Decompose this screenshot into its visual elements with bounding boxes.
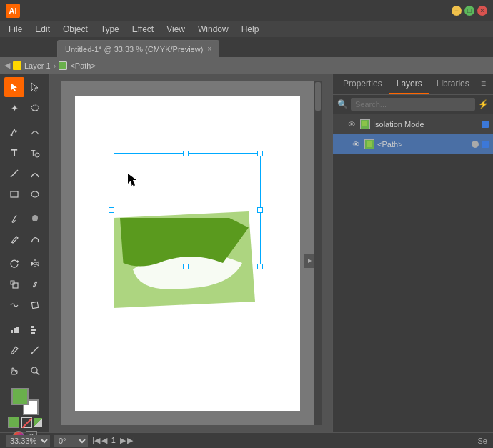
svg-marker-33 xyxy=(308,259,312,263)
svg-rect-21 xyxy=(31,329,36,331)
zoom-select[interactable]: 33.33% 50% 100% xyxy=(6,435,50,447)
scroll-right-btn[interactable] xyxy=(304,254,314,268)
svg-line-27 xyxy=(36,372,39,375)
tab-label: Untitled-1* @ 33.33 % (CMYK/Preview) xyxy=(65,45,203,54)
menu-type[interactable]: Type xyxy=(95,23,125,36)
maximize-button[interactable]: □ xyxy=(464,6,474,16)
svg-line-25 xyxy=(31,352,33,354)
menu-effect[interactable]: Effect xyxy=(126,23,159,36)
svg-point-8 xyxy=(31,191,39,197)
tab-close[interactable]: × xyxy=(207,45,211,53)
page-number: 1 xyxy=(109,436,119,445)
isolation-color-swatch xyxy=(360,119,370,129)
magic-wand-tool[interactable]: ✦ xyxy=(4,98,24,118)
gradient-box[interactable] xyxy=(34,418,42,427)
shear-tool[interactable] xyxy=(25,274,45,294)
arc-tool[interactable] xyxy=(25,164,45,184)
measure-tool[interactable] xyxy=(25,340,45,360)
search-bar: 🔍 ⚡ xyxy=(333,95,493,114)
lasso-tool[interactable] xyxy=(25,98,45,118)
svg-marker-31 xyxy=(128,174,136,185)
panel-tabs: Properties Layers Libraries ≡ xyxy=(333,74,493,95)
nav-prev[interactable]: ◀ xyxy=(101,436,107,445)
app-icon: Ai xyxy=(6,4,20,18)
tab-properties[interactable]: Properties xyxy=(336,74,389,94)
menu-file[interactable]: File xyxy=(3,23,28,36)
artboard[interactable]: ⊕ xyxy=(75,96,300,411)
search-input[interactable] xyxy=(351,98,475,111)
eyedropper-tool[interactable] xyxy=(4,340,24,360)
rectangle-tool[interactable] xyxy=(4,184,24,204)
canvas-wrapper: ⊕ xyxy=(61,81,322,425)
nav-next[interactable]: ▶ xyxy=(120,436,126,445)
svg-rect-19 xyxy=(16,327,19,333)
tab-layers[interactable]: Layers xyxy=(389,74,429,94)
shaper-tool[interactable] xyxy=(25,229,45,249)
menu-window[interactable]: Window xyxy=(192,23,234,36)
titlebar: Ai − □ × xyxy=(0,0,493,21)
zoom-control[interactable]: 33.33% 50% 100% xyxy=(6,435,50,447)
tabbar: Untitled-1* @ 33.33 % (CMYK/Preview) × xyxy=(0,37,493,57)
menu-object[interactable]: Object xyxy=(57,23,94,36)
minimize-button[interactable]: − xyxy=(452,6,462,16)
breadcrumb-layer[interactable]: Layer 1 xyxy=(13,61,51,70)
document-tab[interactable]: Untitled-1* @ 33.33 % (CMYK/Preview) × xyxy=(57,40,219,57)
selection-box xyxy=(111,153,261,267)
type-tools: T T xyxy=(4,143,45,163)
zoom-tool[interactable] xyxy=(25,361,45,381)
svg-text:⊕: ⊕ xyxy=(131,181,136,187)
rotation-select[interactable]: 0° 90° 180° xyxy=(54,435,88,447)
touch-type-tool[interactable]: T xyxy=(25,143,45,163)
selection-tool[interactable] xyxy=(4,77,24,97)
nav-last[interactable]: ▶| xyxy=(127,436,135,445)
foreground-color-swatch[interactable] xyxy=(11,388,29,405)
type-tool[interactable]: T xyxy=(4,143,24,163)
filter-button[interactable]: ⚡ xyxy=(478,99,489,109)
layer-color-swatch-breadcrumb xyxy=(13,61,21,70)
direct-selection-tool[interactable] xyxy=(25,77,45,97)
pen-tool[interactable] xyxy=(4,122,24,142)
bar-graph-tool[interactable] xyxy=(25,319,45,339)
panel-menu-button[interactable]: ≡ xyxy=(477,74,490,94)
isolation-mode-label: Isolation Mode xyxy=(373,120,479,129)
titlebar-controls[interactable]: − □ × xyxy=(452,6,487,16)
eyedrop-tools xyxy=(4,340,45,360)
menu-view[interactable]: View xyxy=(161,23,191,36)
free-transform-tool[interactable] xyxy=(25,295,45,315)
blob-brush-tool[interactable] xyxy=(25,209,45,229)
canvas-area[interactable]: ⊕ xyxy=(50,74,332,432)
scale-tools xyxy=(4,274,45,294)
svg-line-23 xyxy=(14,351,16,352)
layer-path[interactable]: 👁 <Path> xyxy=(333,134,493,154)
path-target-indicator[interactable] xyxy=(472,141,479,148)
rotate-tool[interactable] xyxy=(4,254,24,274)
svg-marker-1 xyxy=(31,83,38,91)
menu-edit[interactable]: Edit xyxy=(29,23,56,36)
breadcrumb-back[interactable]: ◀ xyxy=(4,61,10,70)
fill-color-box[interactable] xyxy=(8,417,19,428)
column-graph-tool[interactable] xyxy=(4,319,24,339)
stroke-color-box[interactable] xyxy=(21,417,32,428)
hand-tool[interactable] xyxy=(4,361,24,381)
close-button[interactable]: × xyxy=(477,6,487,16)
reflect-tool[interactable] xyxy=(25,254,45,274)
nav-first[interactable]: |◀ xyxy=(92,436,100,445)
warp-tool[interactable] xyxy=(4,295,24,315)
line-segment-tool[interactable] xyxy=(4,164,24,184)
scrollbar-vertical[interactable] xyxy=(314,81,322,425)
graph-tools xyxy=(4,319,45,339)
path-label: <Path> xyxy=(377,140,469,149)
ellipse-tool[interactable] xyxy=(25,184,45,204)
layer-isolation-mode[interactable]: 👁 Isolation Mode xyxy=(333,114,493,134)
paintbrush-tool[interactable] xyxy=(4,209,24,229)
tab-libraries[interactable]: Libraries xyxy=(429,74,477,94)
eye-icon-isolation[interactable]: 👁 xyxy=(346,119,357,130)
pencil-tool[interactable] xyxy=(4,229,24,249)
curvature-tool[interactable] xyxy=(25,122,45,142)
rotation-control[interactable]: 0° 90° 180° xyxy=(54,435,88,447)
eye-icon-path[interactable]: 👁 xyxy=(350,139,362,150)
scrollbar-thumb[interactable] xyxy=(315,82,321,111)
menu-help[interactable]: Help xyxy=(236,23,265,36)
scale-tool[interactable] xyxy=(4,274,24,294)
layer-indicator-isolation xyxy=(482,121,489,128)
